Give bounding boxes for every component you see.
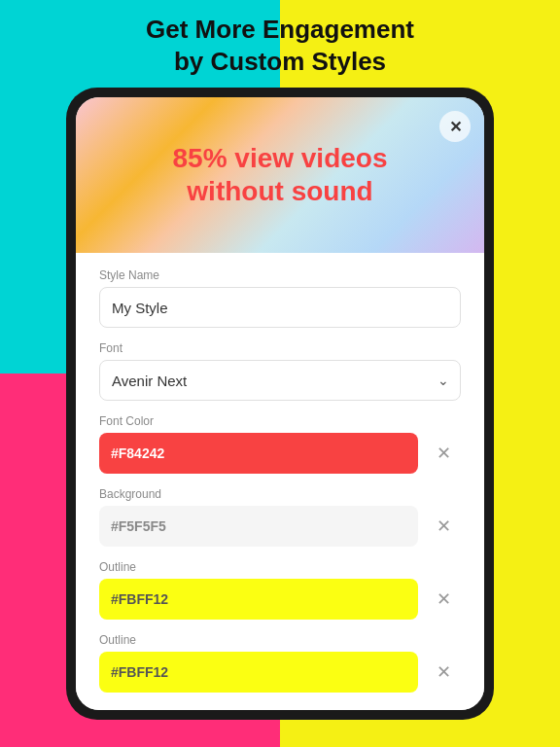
style-name-input[interactable] [99,287,461,328]
hero-banner: 85% view videos without sound ✕ [76,97,484,253]
outline1-label: Outline [99,560,461,574]
outline1-row: #FBFF12 ✕ [99,579,461,620]
clear-icon: ✕ [437,516,451,537]
close-icon: ✕ [449,118,462,136]
font-color-clear-button[interactable]: ✕ [426,433,461,474]
outline2-clear-button[interactable]: ✕ [426,652,461,693]
background-label: Background [99,487,461,501]
device-screen: 85% view videos without sound ✕ Style Na… [76,97,484,710]
outline1-clear-button[interactable]: ✕ [426,579,461,620]
close-button[interactable]: ✕ [439,111,471,142]
device-frame: 85% view videos without sound ✕ Style Na… [66,88,494,720]
outline2-value: #FBFF12 [111,664,168,680]
font-color-field-group: Font Color #F84242 ✕ [99,414,461,474]
hero-text: 85% view videos without sound [133,142,426,207]
clear-icon: ✕ [437,588,451,610]
page-title-line1: Get More Engagement [146,15,414,44]
background-swatch[interactable]: #F5F5F5 [99,506,418,547]
page-title-line2: by Custom Styles [174,47,386,76]
style-name-label: Style Name [99,268,461,282]
font-select-wrapper: Avenir Next Helvetica Arial Georgia Time… [99,360,461,401]
form-area: Style Name Font Avenir Next Helvetica Ar… [76,253,484,710]
outline1-swatch[interactable]: #FBFF12 [99,579,418,620]
font-select[interactable]: Avenir Next Helvetica Arial Georgia Time… [99,360,461,401]
outline2-row: #FBFF12 ✕ [99,652,461,693]
outline1-value: #FBFF12 [111,591,168,607]
outline2-swatch[interactable]: #FBFF12 [99,652,418,693]
outline1-field-group: Outline #FBFF12 ✕ [99,560,461,620]
outline2-field-group: Outline #FBFF12 ✕ [99,633,461,693]
background-value: #F5F5F5 [111,518,166,534]
font-color-row: #F84242 ✕ [99,433,461,474]
hero-text-line1: 85% view videos [172,143,387,173]
font-label: Font [99,341,461,355]
style-name-field-group: Style Name [99,268,461,328]
background-field-group: Background #F5F5F5 ✕ [99,487,461,547]
outline2-label: Outline [99,633,461,647]
background-row: #F5F5F5 ✕ [99,506,461,547]
background-clear-button[interactable]: ✕ [426,506,461,547]
page-title: Get More Engagement by Custom Styles [0,14,560,77]
font-color-value: #F84242 [111,445,164,461]
font-color-label: Font Color [99,414,461,428]
font-color-swatch[interactable]: #F84242 [99,433,418,474]
font-field-group: Font Avenir Next Helvetica Arial Georgia… [99,341,461,401]
clear-icon: ✕ [437,443,451,464]
clear-icon: ✕ [437,661,451,683]
hero-text-line2: without sound [187,176,372,206]
